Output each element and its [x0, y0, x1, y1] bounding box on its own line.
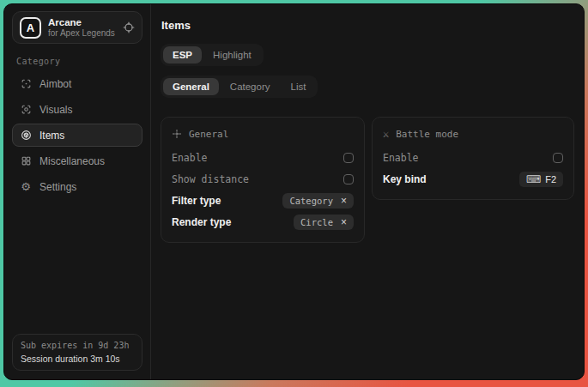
- panels: General Enable Show distance Filter type…: [161, 117, 574, 243]
- battle-mode-panel-title: Battle mode: [396, 129, 458, 140]
- gear-icon: ⚙: [20, 181, 32, 192]
- sub-expires-text: Sub expires in 9d 23h: [21, 341, 134, 350]
- sparkle-icon: [172, 129, 182, 139]
- battle-mode-panel-header: ⚔ Battle mode: [383, 126, 563, 142]
- setting-row-filter-type: Filter type Category ×: [172, 190, 354, 211]
- key-bind-button[interactable]: ⌨ F2: [519, 172, 563, 187]
- session-duration-text: Session duration 3m 10s: [21, 354, 134, 364]
- setting-row-show-distance: Show distance: [172, 168, 354, 190]
- render-type-value: Circle: [300, 217, 333, 227]
- sidebar-nav: Aimbot Visuals: [12, 72, 142, 198]
- setting-label: Show distance: [172, 173, 249, 185]
- close-icon[interactable]: ×: [341, 217, 347, 227]
- sidebar-item-items[interactable]: Items: [12, 124, 142, 147]
- setting-label: Filter type: [172, 195, 221, 207]
- game-background: A Arcane for Apex Legends Category: [0, 0, 588, 387]
- tab-general[interactable]: General: [163, 78, 219, 95]
- general-panel-header: General: [172, 126, 354, 142]
- brand-text: Arcane for Apex Legends: [48, 17, 115, 38]
- grid-icon: [20, 155, 32, 166]
- sidebar-section-label: Category: [16, 57, 138, 66]
- setting-row-enable: Enable: [172, 147, 354, 168]
- arcane-cheat-window: A Arcane for Apex Legends Category: [3, 3, 585, 380]
- mode-tabs: ESP Highlight: [161, 44, 264, 66]
- setting-label: Key bind: [383, 173, 427, 185]
- keyboard-icon: ⌨: [526, 174, 541, 184]
- aimbot-icon: [20, 78, 32, 89]
- view-tabs: General Category List: [161, 76, 318, 98]
- tab-list[interactable]: List: [282, 78, 316, 95]
- app-logo: A: [20, 17, 41, 39]
- sidebar-item-settings[interactable]: ⚙ Settings: [12, 175, 142, 198]
- tab-highlight[interactable]: Highlight: [203, 46, 261, 63]
- enable-checkbox[interactable]: [343, 153, 354, 163]
- render-type-select[interactable]: Circle ×: [294, 215, 354, 230]
- sidebar: A Arcane for Apex Legends Category: [4, 4, 150, 379]
- sidebar-item-label: Visuals: [39, 104, 72, 116]
- sidebar-item-aimbot[interactable]: Aimbot: [12, 72, 142, 95]
- setting-row-render-type: Render type Circle ×: [172, 211, 354, 233]
- general-panel-title: General: [189, 129, 228, 140]
- setting-row-key-bind: Key bind ⌨ F2: [383, 168, 563, 190]
- setting-row-battle-enable: Enable: [383, 147, 563, 168]
- sidebar-item-visuals[interactable]: Visuals: [12, 98, 142, 121]
- show-distance-checkbox[interactable]: [343, 174, 354, 184]
- crosshair-icon[interactable]: [123, 21, 135, 33]
- app-name: Arcane: [48, 17, 115, 27]
- subscription-card: Sub expires in 9d 23h Session duration 3…: [12, 334, 142, 371]
- battle-mode-panel: ⚔ Battle mode Enable Key bind ⌨ F2: [372, 117, 574, 200]
- setting-label: Render type: [172, 216, 231, 228]
- setting-label: Enable: [172, 152, 208, 164]
- visuals-icon: [20, 104, 32, 115]
- sidebar-item-label: Aimbot: [39, 78, 71, 90]
- brand-card: A Arcane for Apex Legends: [12, 11, 142, 44]
- close-icon[interactable]: ×: [341, 196, 347, 206]
- filter-type-value: Category: [289, 196, 333, 206]
- tab-category[interactable]: Category: [221, 78, 280, 95]
- swords-icon: ⚔: [383, 129, 389, 139]
- app-subtitle: for Apex Legends: [48, 28, 115, 38]
- general-panel: General Enable Show distance Filter type…: [161, 117, 365, 243]
- setting-label: Enable: [383, 152, 419, 164]
- sidebar-item-label: Items: [39, 130, 64, 142]
- sidebar-item-label: Settings: [39, 181, 76, 193]
- key-bind-value: F2: [545, 174, 556, 184]
- sidebar-item-miscellaneous[interactable]: Miscellaneous: [12, 149, 142, 172]
- main-content: Items ESP Highlight General Category Lis…: [151, 4, 585, 379]
- tab-esp[interactable]: ESP: [163, 46, 202, 63]
- filter-type-select[interactable]: Category ×: [282, 193, 354, 209]
- items-icon: [20, 130, 32, 141]
- page-title: Items: [161, 19, 574, 32]
- sidebar-item-label: Miscellaneous: [39, 155, 105, 167]
- battle-enable-checkbox[interactable]: [553, 153, 563, 163]
